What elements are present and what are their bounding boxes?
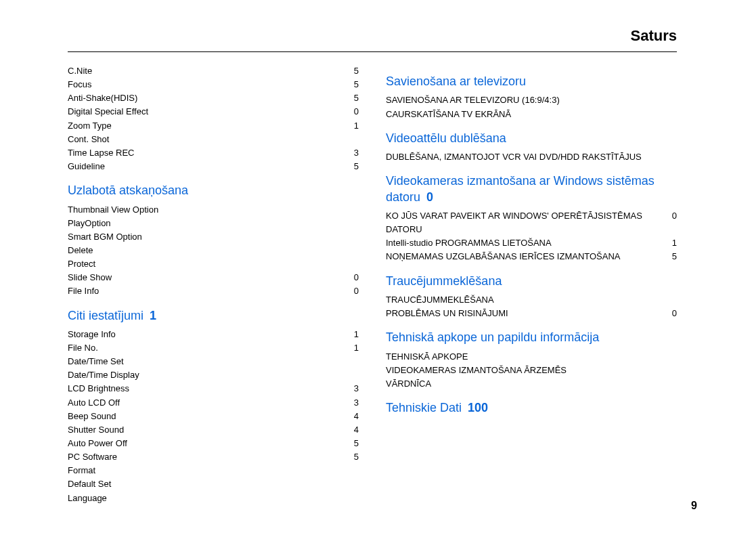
toc-entry: Delete <box>68 244 359 257</box>
toc-entry-page: 3 <box>354 146 359 160</box>
section-title-text: Tehniskā apkope un papildu informācija <box>386 330 599 344</box>
toc-entry-label: Guideline <box>68 160 110 173</box>
section-title: Videokameras izmantošana ar Windows sist… <box>386 173 677 205</box>
toc-entry-page: 5 <box>354 450 359 464</box>
toc-entry: Shutter Sound4 <box>68 423 359 437</box>
toc-entry-label: Thumbnail View Option <box>68 203 164 217</box>
toc-entry-label: Beep Sound <box>68 410 122 423</box>
toc-entry-label: LCD Brightness <box>68 382 135 395</box>
page-number: 9 <box>691 500 697 512</box>
toc-entry-label: Smart BGM Option <box>68 230 148 244</box>
toc-entry-label: File No. <box>68 341 104 355</box>
toc-entry: Time Lapse REC3 <box>68 146 359 160</box>
section-title: Tehniskie Dati 100 <box>386 400 677 416</box>
toc-entry-label: NOŅEMAMAS UZGLABĀŠANAS IERĪCES IZMANTOŠA… <box>386 250 626 263</box>
toc-entry-label: VIDEOKAMERAS IZMANTOŠANA ĀRZEMĒS <box>386 364 572 377</box>
toc-entry-label: File Info <box>68 284 104 298</box>
toc-entry-page: 3 <box>354 382 359 395</box>
toc-entry: Storage Info1 <box>68 328 359 341</box>
toc-entry-page: 0 <box>672 209 677 236</box>
section-title: Uzlabotā atskaņošana <box>68 183 359 198</box>
toc-entry-page: 4 <box>354 410 359 423</box>
page-title: Saturs <box>68 27 677 52</box>
toc-entry-page: 1 <box>354 119 359 133</box>
toc-entry-label: Protect <box>68 257 101 271</box>
toc-entry-label: CAURSKATĪŠANA TV EKRĀNĀ <box>386 108 516 121</box>
toc-entry-label: Format <box>68 464 101 477</box>
toc-entry: NOŅEMAMAS UZGLABĀŠANAS IERĪCES IZMANTOŠA… <box>386 250 677 263</box>
toc-entry-page: 0 <box>672 307 677 320</box>
left-column: C.Nite5Focus5Anti-Shake(HDIS)5Digital Sp… <box>68 64 359 505</box>
toc-entry-label: TEHNISKĀ APKOPE <box>386 350 473 364</box>
toc-entry-label: PlayOption <box>68 217 116 230</box>
toc-entry: PROBLĒMAS UN RISINĀJUMI0 <box>386 307 677 320</box>
toc-entry-label: Delete <box>68 244 99 257</box>
toc-entry: TRAUCĒJUMMEKLĒŠANA <box>386 293 677 307</box>
toc-entry: SAVIENOŠANA AR TELEVIZORU (16:9/4:3) <box>386 93 677 107</box>
toc-entry-label: Shutter Sound <box>68 423 129 437</box>
toc-entry-label: Slide Show <box>68 271 117 284</box>
toc-entry-label: Focus <box>68 78 97 91</box>
toc-entry-page: 1 <box>354 341 359 355</box>
toc-entry-label: Default Set <box>68 477 116 491</box>
toc-entry-page: 5 <box>354 64 359 78</box>
toc-entry-label: Date/Time Set <box>68 355 129 368</box>
toc-entry-label: Anti-Shake(HDIS) <box>68 91 143 105</box>
toc-list: SAVIENOŠANA AR TELEVIZORU (16:9/4:3)CAUR… <box>386 93 677 121</box>
toc-entry-page: 0 <box>354 105 359 119</box>
toc-entry: File No.1 <box>68 341 359 355</box>
toc-list: DUBLĒŠANA, IZMANTOJOT VCR VAI DVD/HDD RA… <box>386 150 677 164</box>
section-title-text: Tehniskie Dati <box>386 401 462 414</box>
toc-entry: Zoom Type1 <box>68 119 359 133</box>
toc-entry-label: PC Software <box>68 450 123 464</box>
toc-entry-label: Intelli-studio PROGRAMMAS LIETOŠANA <box>386 236 557 250</box>
toc-list: TRAUCĒJUMMEKLĒŠANAPROBLĒMAS UN RISINĀJUM… <box>386 293 677 320</box>
toc-entry: Anti-Shake(HDIS)5 <box>68 91 359 105</box>
toc-entry-label: Language <box>68 492 112 505</box>
toc-entry: Intelli-studio PROGRAMMAS LIETOŠANA1 <box>386 236 677 250</box>
toc-entry: VĀRDNĪCA <box>386 377 677 391</box>
toc-entry-label: Date/Time Display <box>68 368 145 382</box>
toc-entry: CAURSKATĪŠANA TV EKRĀNĀ <box>386 108 677 121</box>
toc-entry-page: 5 <box>354 91 359 105</box>
section-title-text: Videoattēlu dublēšana <box>386 131 506 145</box>
toc-entry: Date/Time Set <box>68 355 359 368</box>
toc-list: TEHNISKĀ APKOPEVIDEOKAMERAS IZMANTOŠANA … <box>386 350 677 391</box>
toc-entry-label: PROBLĒMAS UN RISINĀJUMI <box>386 307 514 320</box>
toc-entry: PC Software5 <box>68 450 359 464</box>
toc-entry-page: 5 <box>354 78 359 91</box>
toc-entry-label: TRAUCĒJUMMEKLĒŠANA <box>386 293 500 307</box>
toc-entry: File Info0 <box>68 284 359 298</box>
toc-entry: Slide Show0 <box>68 271 359 284</box>
section-title-page: 0 <box>420 190 433 204</box>
toc-list: C.Nite5Focus5Anti-Shake(HDIS)5Digital Sp… <box>68 64 359 173</box>
section-title: Traucējummeklēšana <box>386 274 677 289</box>
section-title: Citi iestatījumi 1 <box>68 308 359 324</box>
toc-entry: LCD Brightness3 <box>68 382 359 395</box>
toc-entry: Focus5 <box>68 78 359 91</box>
toc-entry: VIDEOKAMERAS IZMANTOŠANA ĀRZEMĒS <box>386 364 677 377</box>
toc-entry: Auto Power Off5 <box>68 437 359 450</box>
right-column: Savienošana ar televizoru SAVIENOŠANA AR… <box>386 64 677 505</box>
section-title: Videoattēlu dublēšana <box>386 131 677 146</box>
toc-entry-label: Storage Info <box>68 328 121 341</box>
toc-entry-label: Auto LCD Off <box>68 396 125 410</box>
toc-entry: Format <box>68 464 359 477</box>
toc-entry-label: Digital Special Effect <box>68 105 154 119</box>
toc-list: KO JŪS VARAT PAVEIKT AR WINDOWS' OPERĒTĀ… <box>386 209 677 264</box>
toc-entry: Smart BGM Option <box>68 230 359 244</box>
toc-entry-page: 5 <box>354 160 359 173</box>
toc-entry: C.Nite5 <box>68 64 359 78</box>
toc-entry-page: 3 <box>354 396 359 410</box>
toc-entry-page: 1 <box>672 236 677 250</box>
toc-entry: Default Set <box>68 477 359 491</box>
toc-entry: Date/Time Display <box>68 368 359 382</box>
toc-entry-label: KO JŪS VARAT PAVEIKT AR WINDOWS' OPERĒTĀ… <box>386 209 672 236</box>
toc-entry-page: 1 <box>354 328 359 341</box>
toc-entry-label: Cont. Shot <box>68 133 114 146</box>
toc-entry: Beep Sound4 <box>68 410 359 423</box>
toc-entry: TEHNISKĀ APKOPE <box>386 350 677 364</box>
toc-list: Thumbnail View OptionPlayOptionSmart BGM… <box>68 203 359 299</box>
section-title-text: Savienošana ar televizoru <box>386 74 526 88</box>
toc-entry: Digital Special Effect0 <box>68 105 359 119</box>
